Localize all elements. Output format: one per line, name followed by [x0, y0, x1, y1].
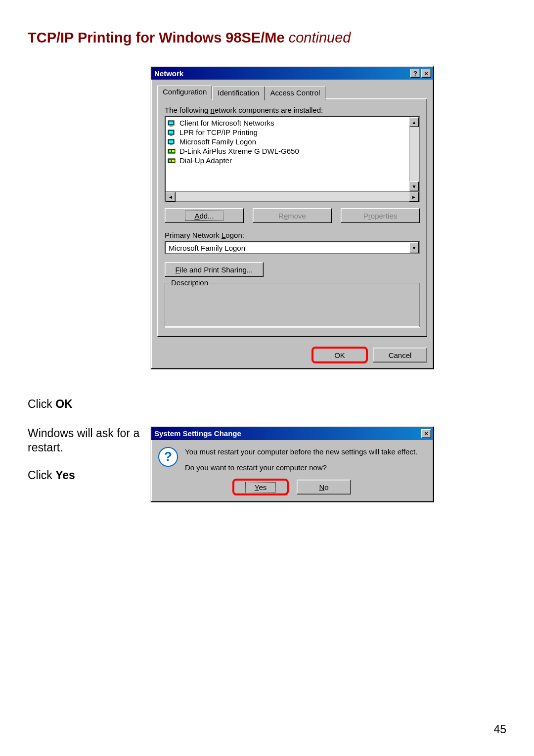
adapter-icon [168, 147, 177, 155]
instruction-click-yes: Click Yes [28, 468, 145, 483]
titlebar[interactable]: Network ? × [151, 67, 433, 80]
client-icon [168, 119, 177, 127]
help-button[interactable]: ? [410, 69, 420, 78]
scroll-down-button[interactable]: ▼ [409, 181, 419, 191]
close-icon: × [424, 70, 428, 77]
restart-dialog: System Settings Change × ? You must rest… [150, 426, 434, 503]
svg-rect-11 [172, 150, 175, 152]
svg-rect-8 [170, 144, 173, 145]
page-heading: TCP/IP Printing for Windows 98SE/Me cont… [28, 30, 506, 46]
file-print-sharing-button[interactable]: File and Print Sharing... [165, 262, 264, 277]
ok-button[interactable]: OK [312, 348, 367, 362]
window-title: Network [154, 69, 409, 78]
titlebar[interactable]: System Settings Change × [151, 427, 433, 440]
tab-configuration[interactable]: Configuration [157, 86, 212, 99]
message-text: You must restart your computer before th… [185, 447, 417, 473]
yes-button[interactable]: Yes [233, 480, 288, 494]
scroll-up-button[interactable]: ▲ [409, 117, 419, 127]
window-title: System Settings Change [154, 429, 420, 438]
close-icon: × [424, 430, 428, 437]
tab-panel-configuration: The following network components are ins… [157, 98, 427, 337]
adapter-icon [168, 157, 177, 165]
components-listbox[interactable]: Client for Microsoft Networks LPR for TC… [166, 117, 419, 191]
svg-rect-2 [170, 126, 173, 127]
svg-rect-1 [169, 122, 173, 124]
tab-access-control[interactable]: Access Control [265, 87, 325, 100]
remove-button: Remove [253, 208, 332, 223]
svg-rect-14 [172, 160, 175, 162]
list-item[interactable]: Microsoft Family Logon [167, 137, 408, 146]
dropdown-button[interactable]: ▼ [409, 242, 419, 253]
scroll-track[interactable] [409, 127, 419, 181]
close-button[interactable]: × [421, 429, 431, 438]
question-icon: ? [158, 447, 178, 467]
list-item[interactable]: LPR for TCP/IP Printing [167, 128, 408, 137]
description-groupbox: Description [165, 283, 420, 327]
vertical-scrollbar[interactable]: ▲ ▼ [409, 117, 419, 191]
horizontal-scrollbar[interactable]: ◄ ► [166, 191, 419, 201]
primary-logon-value: Microsoft Family Logon [166, 244, 409, 252]
tab-strip: Configuration Identification Access Cont… [157, 86, 427, 99]
client-icon [168, 138, 177, 146]
add-button[interactable]: Add... [165, 208, 244, 223]
scroll-right-button[interactable]: ► [409, 192, 419, 202]
list-item[interactable]: Dial-Up Adapter [167, 156, 408, 165]
installed-components-label: The following network components are ins… [165, 106, 420, 114]
svg-rect-5 [170, 135, 173, 136]
scroll-left-button[interactable]: ◄ [166, 192, 176, 202]
instruction-click-ok: Click OK [28, 66, 150, 411]
instruction-restart: Windows will ask for a restart. Click Ye… [28, 426, 150, 483]
svg-rect-13 [169, 160, 171, 162]
client-icon [168, 129, 177, 136]
list-item[interactable]: D-Link AirPlus Xtreme G DWL-G650 [167, 146, 408, 156]
description-title: Description [169, 278, 210, 287]
svg-rect-7 [169, 140, 173, 143]
svg-rect-4 [169, 131, 173, 133]
properties-button: Properties [341, 208, 420, 223]
no-button[interactable]: No [297, 480, 351, 494]
close-button[interactable]: × [421, 69, 431, 78]
scroll-track[interactable] [176, 192, 409, 201]
page-number: 45 [493, 723, 506, 736]
tab-identification[interactable]: Identification [212, 87, 265, 100]
list-item[interactable]: Client for Microsoft Networks [167, 118, 408, 128]
help-icon: ? [413, 70, 417, 77]
cancel-button[interactable]: Cancel [373, 348, 427, 362]
heading-main: TCP/IP Printing for Windows 98SE/Me [28, 30, 289, 45]
network-dialog: Network ? × Configuration Identification… [150, 66, 434, 369]
heading-continued: continued [289, 30, 351, 45]
primary-logon-dropdown[interactable]: Microsoft Family Logon ▼ [165, 241, 420, 254]
svg-rect-10 [169, 150, 171, 152]
primary-logon-label: Primary Network Logon: [165, 231, 420, 239]
